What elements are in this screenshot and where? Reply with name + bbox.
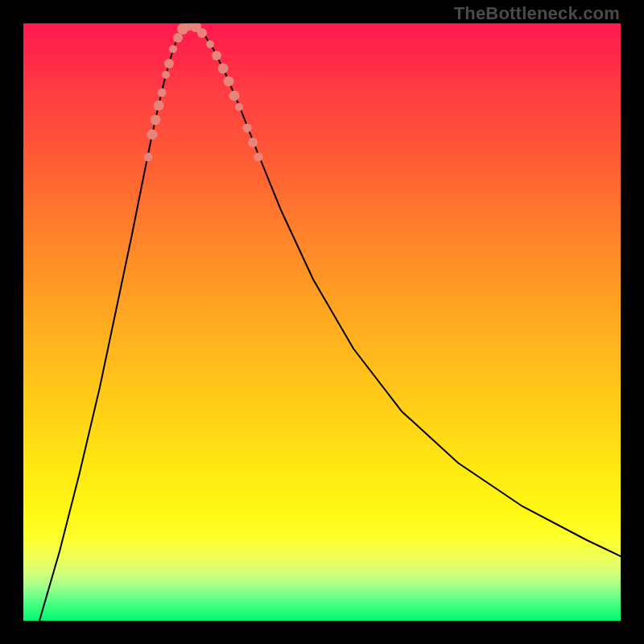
curve-marker (169, 45, 177, 53)
curve-marker (218, 64, 229, 74)
curve-marker (248, 138, 258, 147)
curve-marker (173, 33, 183, 43)
bottleneck-curve (39, 25, 621, 621)
curve-markers (144, 23, 263, 162)
curve-marker (147, 130, 158, 140)
chart-svg (23, 23, 621, 621)
curve-marker (229, 91, 240, 101)
curve-marker (154, 101, 164, 111)
curve-marker (164, 59, 174, 68)
curve-marker (206, 40, 214, 48)
plot-area (23, 23, 621, 621)
attribution-text: TheBottleneck.com (454, 3, 620, 24)
curve-marker (254, 153, 263, 162)
chart-frame: TheBottleneck.com (0, 0, 644, 644)
curve-marker (197, 28, 207, 38)
curve-marker (158, 89, 167, 97)
curve-marker (162, 71, 170, 79)
curve-marker (144, 153, 153, 162)
curve-marker (212, 51, 221, 60)
curve-marker (151, 115, 161, 126)
curve-marker (235, 103, 243, 111)
curve-marker (224, 76, 234, 87)
curve-marker (243, 124, 252, 133)
